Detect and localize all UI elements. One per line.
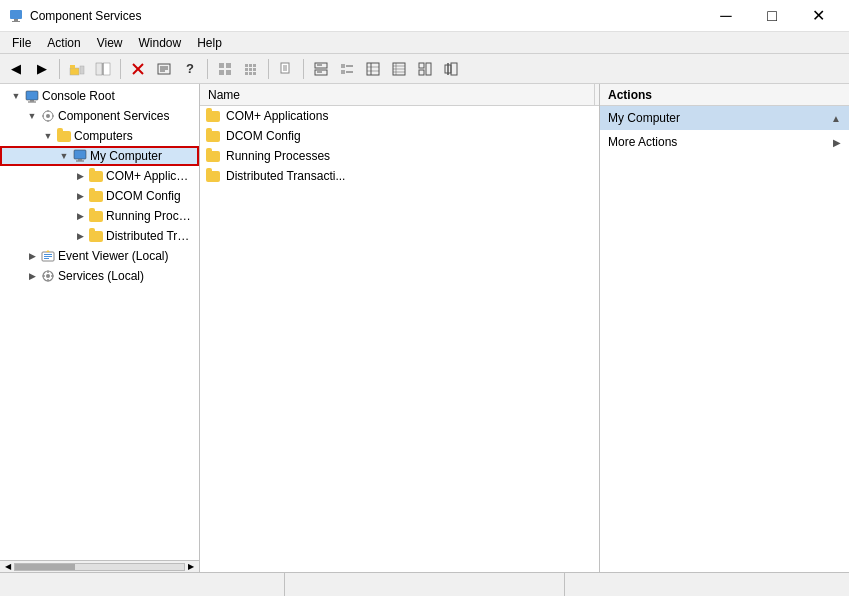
- content-item-running[interactable]: Running Processes: [200, 146, 599, 166]
- svg-rect-50: [426, 63, 431, 75]
- tree-label-distributed: Distributed Transa...: [106, 229, 195, 243]
- tree-expander-dcom[interactable]: ▶: [72, 188, 88, 204]
- tree-item-services[interactable]: ▶ Services (Local): [0, 266, 199, 286]
- tree-label-my-computer: My Computer: [90, 149, 162, 163]
- svg-rect-20: [249, 64, 252, 67]
- small-icons-button[interactable]: [239, 57, 263, 81]
- svg-rect-57: [28, 102, 36, 103]
- menu-window[interactable]: Window: [131, 34, 190, 52]
- toolbar-btn1[interactable]: [309, 57, 333, 81]
- tree-scrollthumb[interactable]: [15, 564, 75, 570]
- actions-more-actions[interactable]: More Actions ▶: [600, 130, 849, 154]
- status-section-1: [4, 573, 285, 596]
- help-button[interactable]: ?: [178, 57, 202, 81]
- toolbar-btn5[interactable]: [413, 57, 437, 81]
- tree-item-com-applications[interactable]: ▶ COM+ Applicatio...: [0, 166, 199, 186]
- svg-rect-66: [76, 161, 84, 162]
- menu-help[interactable]: Help: [189, 34, 230, 52]
- properties-button[interactable]: [152, 57, 176, 81]
- actions-more-arrow: ▶: [833, 137, 841, 148]
- scroll-right-arrow[interactable]: ▶: [185, 561, 197, 573]
- tree-item-my-computer[interactable]: ▼ My Computer: [0, 146, 199, 166]
- services-icon: [40, 268, 56, 284]
- tree-expander-running[interactable]: ▶: [72, 208, 88, 224]
- svg-marker-71: [46, 250, 50, 252]
- col-header-name[interactable]: Name: [200, 84, 595, 105]
- actions-my-computer-arrow: ▲: [831, 113, 841, 124]
- maximize-button[interactable]: □: [749, 0, 795, 32]
- svg-rect-0: [10, 10, 22, 19]
- svg-rect-38: [341, 70, 345, 74]
- svg-rect-49: [419, 63, 424, 68]
- back-button[interactable]: ◀: [4, 57, 28, 81]
- tree-expander-com-apps[interactable]: ▶: [72, 168, 88, 184]
- export-button[interactable]: [274, 57, 298, 81]
- close-button[interactable]: ✕: [795, 0, 841, 32]
- tree-expander-my-computer[interactable]: ▼: [56, 148, 72, 164]
- tree-expander-component-services[interactable]: ▼: [24, 108, 40, 124]
- content-label-distributed: Distributed Transacti...: [226, 169, 345, 183]
- tree-item-event-viewer[interactable]: ▶ Event Viewer (Local): [0, 246, 199, 266]
- tree-expander-distributed[interactable]: ▶: [72, 228, 88, 244]
- content-item-distributed[interactable]: Distributed Transacti...: [200, 166, 599, 186]
- svg-rect-76: [43, 275, 46, 276]
- svg-rect-74: [47, 271, 48, 274]
- tree-expander-computers[interactable]: ▼: [40, 128, 56, 144]
- large-icons-button[interactable]: [213, 57, 237, 81]
- svg-rect-40: [367, 63, 379, 75]
- svg-rect-7: [103, 63, 110, 75]
- svg-rect-36: [341, 64, 345, 68]
- tree-item-console-root[interactable]: ▼ Console Root: [0, 86, 199, 106]
- svg-point-73: [46, 274, 50, 278]
- toolbar-sep2: [120, 59, 121, 79]
- tree-expander-console-root[interactable]: ▼: [8, 88, 24, 104]
- tree-scrollbar[interactable]: ◀ ▶: [0, 560, 199, 572]
- content-list: COM+ Applications DCOM Config Running Pr…: [200, 106, 599, 572]
- tree-item-dcom-config[interactable]: ▶ DCOM Config: [0, 186, 199, 206]
- svg-rect-70: [44, 258, 49, 259]
- actions-my-computer[interactable]: My Computer ▲: [600, 106, 849, 130]
- menu-action[interactable]: Action: [39, 34, 88, 52]
- content-item-com-apps[interactable]: COM+ Applications: [200, 106, 599, 126]
- status-bar: [0, 572, 849, 596]
- tree-expander-services[interactable]: ▶: [24, 268, 40, 284]
- svg-rect-16: [226, 63, 231, 68]
- tree-item-component-services[interactable]: ▼ Component Services: [0, 106, 199, 126]
- toolbar-btn3[interactable]: [361, 57, 385, 81]
- toolbar-btn2[interactable]: [335, 57, 359, 81]
- toolbar-sep3: [207, 59, 208, 79]
- tree-expander-event[interactable]: ▶: [24, 248, 40, 264]
- my-computer-icon: [72, 148, 88, 164]
- minimize-button[interactable]: ─: [703, 0, 749, 32]
- toolbar-btn6[interactable]: [439, 57, 463, 81]
- scroll-left-arrow[interactable]: ◀: [2, 561, 14, 573]
- event-viewer-icon: [40, 248, 56, 264]
- toolbar-btn4[interactable]: [387, 57, 411, 81]
- content-item-dcom[interactable]: DCOM Config: [200, 126, 599, 146]
- component-services-icon: [40, 108, 56, 124]
- computers-folder-icon: [56, 128, 72, 144]
- show-console-button[interactable]: [91, 57, 115, 81]
- svg-rect-65: [78, 159, 82, 161]
- app-icon: [8, 8, 24, 24]
- tree-scrolltrack[interactable]: [14, 563, 185, 571]
- tree-item-distributed[interactable]: ▶ Distributed Transa...: [0, 226, 199, 246]
- tree-label-dcom: DCOM Config: [106, 189, 181, 203]
- tree-panel: ▼ Console Root ▼: [0, 84, 200, 572]
- toolbar-sep4: [268, 59, 269, 79]
- svg-rect-4: [70, 65, 75, 68]
- svg-rect-5: [80, 66, 84, 74]
- delete-button[interactable]: [126, 57, 150, 81]
- up-button[interactable]: [65, 57, 89, 81]
- status-section-2: [285, 573, 566, 596]
- tree-item-running-processes[interactable]: ▶ Running Processe...: [0, 206, 199, 226]
- svg-rect-26: [249, 72, 252, 75]
- menu-view[interactable]: View: [89, 34, 131, 52]
- dcom-folder-icon: [88, 188, 104, 204]
- svg-rect-3: [70, 68, 79, 75]
- svg-rect-63: [52, 116, 54, 117]
- content-panel: Name COM+ Applications DCOM Config: [200, 84, 599, 572]
- forward-button[interactable]: ▶: [30, 57, 54, 81]
- tree-item-computers[interactable]: ▼ Computers: [0, 126, 199, 146]
- menu-file[interactable]: File: [4, 34, 39, 52]
